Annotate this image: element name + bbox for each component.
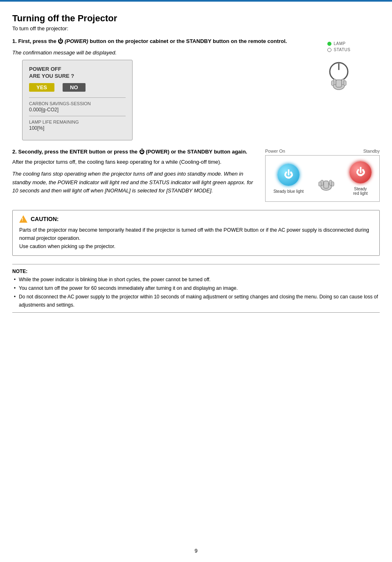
blue-caption: Steady blue light bbox=[273, 189, 304, 194]
step2-para2: The cooling fans stop operating when the… bbox=[12, 170, 257, 195]
note-item-3: Do not disconnect the AC power supply to… bbox=[12, 293, 380, 309]
svg-rect-3 bbox=[336, 80, 342, 87]
note-list: While the power indicator is blinking bl… bbox=[12, 276, 380, 309]
step1-confirmation-note: The confirmation message will be display… bbox=[12, 49, 290, 57]
red-power-indicator: ⏻ Steadyred light bbox=[349, 161, 372, 196]
lamp-status-indicators: LAMP STATUS bbox=[327, 41, 351, 54]
divider-top bbox=[12, 264, 380, 264]
caution-box: CAUTION: Parts of the projector may beco… bbox=[12, 210, 380, 256]
svg-rect-7 bbox=[344, 81, 346, 86]
blue-power-indicator: ⏻ Steady blue light bbox=[273, 164, 304, 194]
status-label: STATUS bbox=[334, 47, 351, 52]
lamp-life-value: 100[%] bbox=[29, 125, 126, 131]
diagram-arrow bbox=[315, 164, 338, 194]
step2-para1: After the projector turns off, the cooli… bbox=[12, 158, 257, 167]
yes-button[interactable]: YES bbox=[29, 83, 54, 92]
red-caption: Steadyred light bbox=[353, 187, 368, 196]
status-indicator-row: STATUS bbox=[327, 47, 351, 52]
divider-bottom bbox=[12, 312, 380, 313]
diagram-content: ⏻ Steady blue light ⏻ bbox=[265, 155, 380, 202]
dialog-question: ARE YOU SURE ? bbox=[29, 73, 126, 79]
note-section: NOTE: While the power indicator is blink… bbox=[12, 269, 380, 309]
power-off-dialog: POWER OFF ARE YOU SURE ? YES NO CARBON S… bbox=[22, 60, 133, 140]
note-title: NOTE: bbox=[12, 269, 380, 274]
lamp-indicator-row: LAMP bbox=[327, 41, 346, 46]
red-power-circle: ⏻ bbox=[349, 161, 372, 183]
step1-section: 1. First, press the ⏻ (POWER) button on … bbox=[12, 37, 380, 140]
standby-label: Standby bbox=[363, 149, 380, 153]
svg-rect-13 bbox=[331, 182, 334, 186]
step2-section: 2. Secondly, press the ENTER button or p… bbox=[12, 149, 380, 202]
step1-text: 1. First, press the ⏻ (POWER) button on … bbox=[12, 37, 290, 140]
step2-number: 2. bbox=[12, 149, 17, 155]
page-title: Turning off the Projector bbox=[12, 13, 380, 24]
caution-label: CAUTION: bbox=[31, 216, 59, 222]
status-dot bbox=[327, 48, 331, 52]
page-subtitle: To turn off the projector: bbox=[12, 25, 380, 32]
step1-number: 1. bbox=[12, 38, 17, 44]
dialog-buttons: YES NO bbox=[29, 83, 126, 92]
step1-right: LAMP STATUS bbox=[298, 37, 380, 140]
lamp-life-section: LAMP LIFE REMAINING 100[%] bbox=[29, 116, 126, 131]
dialog-title: POWER OFF bbox=[29, 66, 126, 72]
red-power-symbol: ⏻ bbox=[356, 168, 365, 177]
diagram-header: Power On Standby bbox=[265, 149, 380, 153]
blue-power-circle: ⏻ bbox=[277, 164, 300, 186]
caution-title: CAUTION: bbox=[19, 215, 373, 223]
lamp-dot bbox=[327, 42, 331, 46]
carbon-value: 0.000[g-CO2] bbox=[29, 107, 126, 113]
caution-triangle-icon bbox=[19, 215, 27, 223]
power-on-label: Power On bbox=[265, 149, 285, 153]
lamp-label: LAMP bbox=[334, 41, 346, 46]
step1-main-text: First, press the ⏻ (POWER) button on the… bbox=[18, 38, 287, 44]
svg-rect-6 bbox=[331, 81, 334, 86]
note-item-2: You cannot turn off the power for 60 sec… bbox=[12, 284, 380, 292]
step2-main: Secondly, press the ENTER button or pres… bbox=[18, 149, 247, 155]
caution-text: Parts of the projector may become tempor… bbox=[19, 226, 373, 251]
no-button[interactable]: NO bbox=[63, 83, 86, 92]
top-accent-bar bbox=[0, 0, 392, 2]
svg-rect-9 bbox=[324, 181, 329, 188]
indicator-diagram: Power On Standby ⏻ Steady blue light bbox=[265, 149, 380, 202]
step2-text: 2. Secondly, press the ENTER button or p… bbox=[12, 149, 257, 202]
blue-power-symbol: ⏻ bbox=[284, 170, 293, 179]
lamp-life-label: LAMP LIFE REMAINING bbox=[29, 120, 126, 124]
svg-rect-12 bbox=[319, 182, 321, 186]
carbon-label: CARBON SAVINGS-SESSION bbox=[29, 101, 126, 106]
page-number: 9 bbox=[0, 548, 392, 554]
note-item-1: While the power indicator is blinking bl… bbox=[12, 276, 380, 284]
carbon-savings-section: CARBON SAVINGS-SESSION 0.000[g-CO2] bbox=[29, 97, 126, 113]
press-hand-icon bbox=[324, 60, 353, 97]
